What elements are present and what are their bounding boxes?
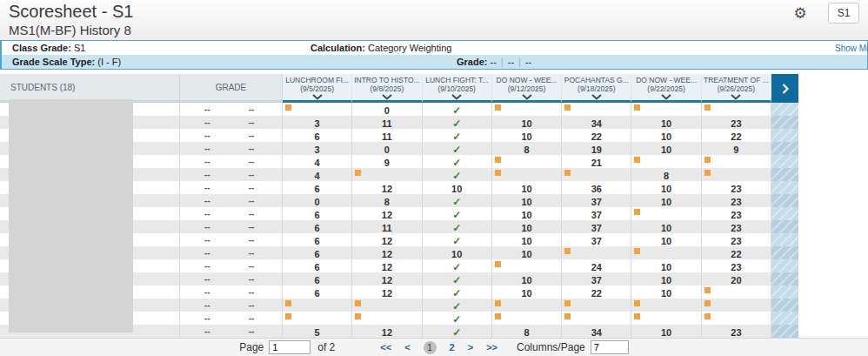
columns-per-page-input[interactable] — [591, 340, 629, 354]
score-cell[interactable]: 21 — [562, 155, 631, 168]
score-cell[interactable]: ✓ — [423, 285, 492, 299]
score-cell[interactable]: 11 — [352, 116, 422, 129]
score-cell[interactable]: 6 — [283, 233, 352, 246]
score-cell[interactable] — [702, 312, 771, 325]
grade-cell[interactable]: ---- — [180, 142, 283, 155]
score-cell[interactable]: 37 — [562, 220, 631, 233]
score-cell[interactable]: ✓ — [423, 194, 492, 207]
score-cell[interactable]: 10 — [631, 325, 701, 338]
score-cell[interactable]: 12 — [352, 233, 422, 246]
score-cell[interactable]: 22 — [702, 246, 771, 259]
score-cell[interactable]: ✓ — [423, 142, 492, 155]
score-cell[interactable]: 10 — [631, 116, 701, 129]
grade-cell[interactable]: ---- — [180, 207, 283, 220]
score-cell[interactable] — [492, 103, 562, 116]
grade-cell[interactable]: ---- — [180, 272, 283, 285]
score-cell[interactable]: 36 — [562, 181, 631, 194]
score-cell[interactable]: 8 — [492, 325, 562, 338]
score-cell[interactable]: 6 — [283, 129, 352, 142]
grade-cell[interactable]: ---- — [180, 155, 283, 168]
score-cell[interactable]: ✓ — [423, 312, 492, 325]
score-cell[interactable]: 10 — [631, 220, 701, 233]
score-cell[interactable] — [562, 168, 631, 181]
grade-cell[interactable]: ---- — [180, 285, 283, 299]
score-cell[interactable]: 12 — [352, 325, 422, 338]
score-cell[interactable]: 10 — [631, 181, 701, 194]
score-cell[interactable]: 4 — [283, 168, 352, 181]
grade-cell[interactable]: ---- — [180, 168, 283, 181]
score-cell[interactable]: 10 — [492, 194, 562, 207]
score-cell[interactable]: 6 — [283, 246, 352, 259]
score-cell[interactable]: 37 — [562, 194, 631, 207]
score-cell[interactable]: 12 — [352, 246, 422, 259]
score-cell[interactable] — [492, 155, 562, 168]
score-cell[interactable]: 8 — [492, 142, 562, 155]
score-cell[interactable] — [631, 299, 701, 312]
grade-cell[interactable]: ---- — [180, 129, 283, 142]
score-cell[interactable]: 10 — [631, 259, 701, 272]
score-cell[interactable]: 10 — [492, 181, 562, 194]
score-cell[interactable] — [283, 312, 352, 325]
prev-page-button[interactable]: < — [404, 342, 410, 353]
score-cell[interactable]: ✓ — [423, 259, 492, 272]
score-cell[interactable]: 10 — [492, 207, 562, 220]
score-cell[interactable]: 23 — [702, 233, 771, 246]
score-cell[interactable]: 20 — [702, 272, 771, 285]
grade-cell[interactable]: ---- — [180, 259, 283, 272]
score-cell[interactable]: 23 — [702, 259, 771, 272]
last-page-button[interactable]: >> — [486, 342, 497, 353]
score-cell[interactable]: 10 — [492, 285, 562, 299]
score-cell[interactable] — [492, 259, 562, 272]
score-cell[interactable] — [283, 103, 352, 116]
score-cell[interactable]: ✓ — [423, 233, 492, 246]
score-cell[interactable]: ✓ — [423, 325, 492, 338]
assignment-column-header[interactable]: DO NOW - WEE...(9/12/2025) — [492, 74, 562, 103]
score-cell[interactable]: 6 — [283, 207, 352, 220]
score-cell[interactable] — [631, 207, 701, 220]
page-2-link[interactable]: 2 — [450, 342, 455, 353]
assignment-column-header[interactable]: TREATMENT OF ...(9/26/2025) — [702, 74, 771, 103]
score-cell[interactable]: 10 — [492, 272, 562, 285]
score-cell[interactable]: 9 — [702, 142, 771, 155]
score-cell[interactable]: 23 — [702, 220, 771, 233]
score-cell[interactable]: 10 — [492, 220, 562, 233]
score-cell[interactable]: 34 — [562, 116, 631, 129]
score-cell[interactable]: 37 — [562, 272, 631, 285]
score-cell[interactable]: 10 — [423, 246, 492, 259]
grade-cell[interactable]: ---- — [180, 325, 283, 338]
score-cell[interactable]: 10 — [631, 233, 701, 246]
score-cell[interactable] — [562, 246, 631, 259]
score-cell[interactable]: 6 — [283, 272, 352, 285]
score-cell[interactable]: 6 — [283, 181, 352, 194]
score-cell[interactable] — [702, 168, 771, 181]
score-cell[interactable] — [562, 312, 631, 325]
score-cell[interactable]: 24 — [562, 259, 631, 272]
score-cell[interactable]: 3 — [283, 142, 352, 155]
score-cell[interactable] — [352, 299, 422, 312]
score-cell[interactable]: 11 — [352, 129, 422, 142]
score-cell[interactable]: ✓ — [423, 129, 492, 142]
score-cell[interactable]: 12 — [352, 259, 422, 272]
score-cell[interactable] — [352, 312, 422, 325]
score-cell[interactable]: 23 — [702, 116, 771, 129]
show-more-link[interactable]: Show More — [835, 42, 868, 56]
score-cell[interactable] — [631, 312, 701, 325]
current-page-indicator[interactable]: 1 — [424, 341, 437, 354]
score-cell[interactable]: 23 — [702, 194, 771, 207]
score-cell[interactable]: 23 — [702, 325, 771, 338]
score-cell[interactable]: 6 — [283, 220, 352, 233]
next-columns-button[interactable] — [771, 74, 798, 103]
score-cell[interactable]: ✓ — [423, 168, 492, 181]
score-cell[interactable]: 10 — [423, 181, 492, 194]
score-cell[interactable]: 22 — [562, 129, 631, 142]
first-page-button[interactable]: << — [380, 342, 391, 353]
grade-cell[interactable]: ---- — [180, 299, 283, 312]
grade-cell[interactable]: ---- — [180, 220, 283, 233]
grade-cell[interactable]: ---- — [180, 116, 283, 129]
score-cell[interactable]: ✓ — [423, 155, 492, 168]
score-cell[interactable] — [631, 155, 701, 168]
score-cell[interactable]: 12 — [352, 272, 422, 285]
score-cell[interactable]: 10 — [631, 285, 701, 299]
page-input[interactable] — [269, 340, 310, 354]
score-cell[interactable]: 10 — [631, 194, 701, 207]
